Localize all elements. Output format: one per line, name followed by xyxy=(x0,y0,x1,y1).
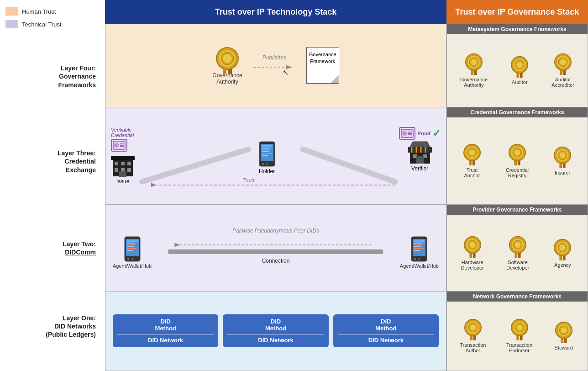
provider-header: Provider Governance Frameworks xyxy=(447,205,588,215)
tech-layer-three: VerifiableCredential xyxy=(105,107,446,205)
svg-rect-41 xyxy=(416,156,424,164)
publishes-label: Publishes xyxy=(262,54,286,61)
connection-bar: Connection xyxy=(156,240,395,264)
svg-point-5 xyxy=(223,54,232,63)
layer-labels: Layer Four: Governance Frameworks Layer … xyxy=(5,37,100,364)
holder-phone-icon xyxy=(258,141,276,167)
svg-rect-55 xyxy=(127,243,135,244)
headers-row: Trust over IP Technology Stack Trust ove… xyxy=(105,0,588,24)
svg-rect-58 xyxy=(127,248,137,249)
network-body: TransactionAuthor xyxy=(447,302,588,371)
svg-rect-27 xyxy=(262,151,269,152)
svg-rect-69 xyxy=(414,240,425,242)
svg-rect-18 xyxy=(115,168,118,172)
tech-stack-header: Trust over IP Technology Stack xyxy=(105,0,446,24)
svg-rect-15 xyxy=(115,162,118,165)
svg-point-112 xyxy=(559,152,565,158)
svg-point-118 xyxy=(469,242,475,248)
app-container: Human Trust Technical Trust Layer Four: … xyxy=(0,0,588,371)
main-content: Trust over IP Technology Stack Trust ove… xyxy=(105,0,588,371)
svg-rect-24 xyxy=(262,145,273,147)
svg-point-100 xyxy=(469,149,475,155)
did-block-3: DIDMethod DID Network xyxy=(333,314,439,347)
layer-four-label: Layer Four: Governance Frameworks xyxy=(5,37,100,116)
svg-point-148 xyxy=(561,328,567,334)
svg-rect-20 xyxy=(127,168,131,172)
agent-right: Agent/Wallet/Hub xyxy=(400,236,439,269)
svg-point-136 xyxy=(470,325,476,331)
svg-rect-57 xyxy=(127,246,134,247)
did-block-2: DIDMethod DID Network xyxy=(223,314,328,347)
svg-point-82 xyxy=(471,59,477,65)
svg-rect-65 xyxy=(168,249,383,254)
role-transaction-endorser: TransactionEndorser xyxy=(506,318,532,353)
legend-panel: Human Trust Technical Trust Layer Four: … xyxy=(0,0,105,371)
svg-rect-56 xyxy=(127,244,136,245)
agent-left: Agent/Wallet/Hub xyxy=(113,236,152,269)
connection-label: Connection xyxy=(262,258,290,264)
human-trust-label: Human Trust xyxy=(22,8,56,15)
did-block-1: DIDMethod DID Network xyxy=(113,314,218,347)
issuer-area: VerifiableCredential xyxy=(111,127,135,185)
role-governance-authority: GovernanceAuthority xyxy=(460,53,488,88)
layer-three-label: Layer Three: Credential Exchange xyxy=(5,116,100,207)
svg-point-75 xyxy=(418,258,420,260)
technical-trust-legend: Technical Trust xyxy=(5,20,100,28)
svg-rect-21 xyxy=(119,171,126,177)
svg-point-124 xyxy=(514,242,520,248)
svg-rect-29 xyxy=(262,155,268,156)
technical-trust-swatch xyxy=(5,20,18,28)
svg-point-30 xyxy=(266,163,268,165)
svg-rect-70 xyxy=(414,243,422,244)
svg-point-31 xyxy=(262,163,264,165)
l4-content: GovernanceAuthority Publishes xyxy=(105,40,446,90)
human-trust-swatch xyxy=(5,7,18,16)
svg-point-61 xyxy=(127,258,129,260)
svg-rect-74 xyxy=(414,250,420,251)
svg-rect-54 xyxy=(127,240,138,242)
tech-layer-four: GovernanceAuthority Publishes xyxy=(105,24,446,107)
svg-rect-71 xyxy=(414,244,423,245)
role-auditor-accreditor: AuditorAccreditor xyxy=(551,53,574,88)
svg-point-33 xyxy=(402,131,407,136)
svg-point-142 xyxy=(516,325,522,331)
issuer-building-icon xyxy=(111,154,135,177)
holder-area: Holder xyxy=(258,141,276,175)
svg-rect-72 xyxy=(414,246,421,247)
role-auditor: Auditor xyxy=(509,56,530,85)
provider-body: HardwareDeveloper xyxy=(447,215,588,291)
gov-stack: Metasystem Governance Frameworks xyxy=(446,24,588,371)
doc-label: GovernanceFramework xyxy=(309,51,336,64)
svg-point-106 xyxy=(514,149,520,155)
arrow-svg xyxy=(252,63,297,72)
credential-header: Credential Governance Frameworks xyxy=(447,107,588,117)
svg-point-130 xyxy=(560,244,566,250)
gov-section-network: Network Governance Frameworks xyxy=(447,292,588,371)
role-insurer: Insurer xyxy=(551,146,573,175)
gov-authority-medal-svg xyxy=(215,46,240,74)
gov-authority-icon: GovernanceAuthority xyxy=(212,46,242,85)
metasystem-body: GovernanceAuthority xyxy=(447,34,588,107)
role-steward: Steward xyxy=(553,321,575,350)
gov-section-metasystem: Metasystem Governance Frameworks xyxy=(447,24,588,107)
svg-point-88 xyxy=(517,62,523,68)
svg-point-9 xyxy=(114,143,119,148)
svg-point-76 xyxy=(414,258,416,260)
layer-one-label: Layer One: DID Networks (Public Ledgers) xyxy=(5,289,100,364)
gov-stack-header: Trust over IP Governance Stack xyxy=(446,0,588,24)
role-credential-registry: CredentialRegistry xyxy=(506,143,529,178)
role-software-developer: SoftwareDeveloper xyxy=(506,236,529,270)
pairwise-label: Pairwise Pseudonymous Peer DIDs xyxy=(113,228,439,234)
publishes-arrow: Publishes ↖ xyxy=(252,54,297,77)
tech-layer-two: Pairwise Pseudonymous Peer DIDs xyxy=(105,205,446,292)
role-trust-anchor: TrustAnchor xyxy=(461,143,483,178)
network-header: Network Governance Frameworks xyxy=(447,292,588,302)
technical-trust-label: Technical Trust xyxy=(22,21,62,28)
layers-container: GovernanceAuthority Publishes xyxy=(105,24,588,371)
metasystem-header: Metasystem Governance Frameworks xyxy=(447,24,588,34)
human-trust-legend: Human Trust xyxy=(5,7,100,16)
svg-rect-26 xyxy=(262,149,271,150)
svg-rect-28 xyxy=(262,153,272,154)
gov-section-credential: Credential Governance Frameworks xyxy=(447,107,588,205)
role-hardware-developer: HardwareDeveloper xyxy=(461,236,484,270)
